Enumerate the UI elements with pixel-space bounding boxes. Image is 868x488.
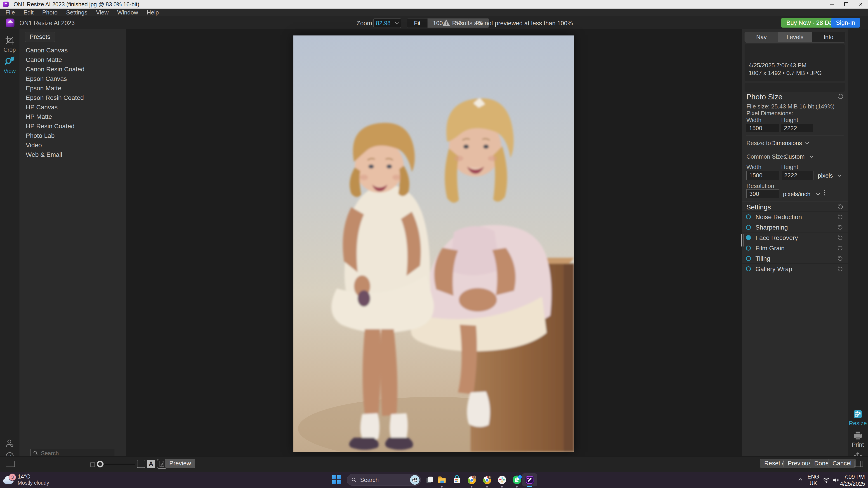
tray-chevron-up-icon[interactable] xyxy=(797,476,804,483)
toggle-right-panel-icon[interactable] xyxy=(854,461,863,467)
pixel-width-input[interactable] xyxy=(746,125,779,132)
zoom-input[interactable] xyxy=(374,20,393,27)
volume-icon[interactable] xyxy=(832,476,840,484)
start-button[interactable] xyxy=(332,475,341,485)
preview-size-small-icon[interactable] xyxy=(90,462,95,467)
crop-tool[interactable]: Crop xyxy=(0,46,19,53)
toggle-circle-icon[interactable] xyxy=(746,266,751,271)
pixel-height-field xyxy=(781,124,813,132)
panel-tabs: Nav Levels Info xyxy=(745,32,845,42)
sign-in-button[interactable]: Sign-In xyxy=(831,18,860,28)
task-view-icon[interactable] xyxy=(425,475,435,485)
pixel-height-input[interactable] xyxy=(781,125,813,132)
toggle-circle-icon[interactable] xyxy=(746,235,751,240)
search-input[interactable] xyxy=(40,450,109,457)
tab-levels[interactable]: Levels xyxy=(778,32,812,42)
soft-proof-icon[interactable]: A xyxy=(147,460,155,468)
preset-item[interactable]: HP Resin Coated xyxy=(20,122,126,131)
doc-width-input[interactable] xyxy=(747,172,779,179)
preset-item[interactable]: HP Canvas xyxy=(20,103,126,112)
reset-icon[interactable] xyxy=(837,266,844,273)
taskbar-search[interactable]: Search xyxy=(347,474,421,486)
setting-sharpening[interactable]: Sharpening xyxy=(742,222,848,232)
reset-photo-size-icon[interactable] xyxy=(837,93,844,100)
resize-to-dropdown[interactable]: Dimensions xyxy=(771,140,802,147)
setting-tiling[interactable]: Tiling xyxy=(742,253,848,264)
menu-settings[interactable]: Settings xyxy=(66,9,88,16)
language-indicator[interactable]: ENG UK xyxy=(807,473,819,487)
toggle-circle-icon[interactable] xyxy=(746,225,751,230)
presets-button[interactable]: Presets xyxy=(25,32,55,42)
preset-item[interactable]: Epson Resin Coated xyxy=(20,93,126,103)
doc-height-input[interactable] xyxy=(781,172,813,179)
photo-preview[interactable] xyxy=(293,35,574,452)
preset-item[interactable]: Photo Lab xyxy=(20,131,126,140)
whatsapp-icon[interactable]: 4 xyxy=(512,475,522,485)
common-sizes-dropdown[interactable]: Custom xyxy=(784,153,805,160)
crop-icon[interactable] xyxy=(0,36,19,45)
weather-cloud-icon: 3 xyxy=(3,475,14,484)
menu-window[interactable]: Window xyxy=(117,9,138,16)
setting-film-grain[interactable]: Film Grain xyxy=(742,242,848,253)
slider-track[interactable] xyxy=(103,464,135,465)
zoom-dropdown-button[interactable] xyxy=(393,18,401,28)
reset-icon[interactable] xyxy=(837,235,844,241)
tab-info[interactable]: Info xyxy=(812,32,845,42)
file-explorer-icon[interactable] xyxy=(437,475,447,485)
toggle-circle-icon[interactable] xyxy=(746,215,751,219)
resolution-input[interactable] xyxy=(747,190,779,198)
preset-item[interactable]: Epson Matte xyxy=(20,84,126,93)
account-icon[interactable] xyxy=(0,439,19,448)
view-tool[interactable]: View xyxy=(0,67,19,74)
preset-item[interactable]: HP Matte xyxy=(20,112,126,122)
preview-background-icon[interactable] xyxy=(137,460,145,468)
toggle-circle-icon[interactable] xyxy=(746,246,751,251)
reset-settings-icon[interactable] xyxy=(837,203,844,210)
reset-icon[interactable] xyxy=(837,245,844,252)
preset-item[interactable]: Video xyxy=(20,140,126,150)
width-label-2: Width xyxy=(746,164,761,170)
module-print[interactable]: Print xyxy=(848,430,868,448)
setting-gallery-wrap[interactable]: Gallery Wrap xyxy=(742,263,848,274)
preset-item[interactable]: Canon Canvas xyxy=(20,46,126,55)
weather-widget[interactable]: 3 14°C Mostly cloudy xyxy=(3,473,49,486)
toggle-circle-icon[interactable] xyxy=(746,256,751,261)
menu-edit[interactable]: Edit xyxy=(24,9,34,16)
on1-logo-icon xyxy=(6,19,14,27)
menu-file[interactable]: File xyxy=(5,9,15,16)
menu-photo[interactable]: Photo xyxy=(42,9,58,16)
search-icon xyxy=(33,450,39,456)
menu-help[interactable]: Help xyxy=(147,9,159,16)
preset-item[interactable]: Canon Resin Coated xyxy=(20,65,126,74)
reset-icon[interactable] xyxy=(837,256,844,262)
preview-button[interactable]: Preview xyxy=(165,459,195,468)
wifi-icon[interactable] xyxy=(822,476,831,484)
setting-face-recovery[interactable]: Face Recovery xyxy=(742,232,848,243)
slack-icon[interactable] xyxy=(497,475,507,485)
preset-item[interactable]: Canon Matte xyxy=(20,55,126,65)
maximize-button[interactable] xyxy=(839,0,854,8)
setting-noise-reduction[interactable]: Noise Reduction xyxy=(742,212,848,222)
microsoft-store-icon[interactable] xyxy=(452,475,462,485)
preset-item[interactable]: Web & Email xyxy=(20,150,126,160)
cancel-button[interactable]: Cancel xyxy=(828,459,856,468)
view-icon[interactable] xyxy=(0,56,19,66)
close-button[interactable] xyxy=(854,0,868,8)
on1-resize-taskbar-icon[interactable] xyxy=(524,475,535,485)
module-resize[interactable]: AI Resize xyxy=(848,409,868,427)
reset-icon[interactable] xyxy=(837,224,844,231)
resolution-units-dropdown[interactable]: pixels/inch xyxy=(783,191,810,198)
toggle-left-panel-icon[interactable] xyxy=(6,461,15,467)
menu-view[interactable]: View xyxy=(96,9,109,16)
preset-item[interactable]: Epson Canvas xyxy=(20,74,126,84)
reset-icon[interactable] xyxy=(837,214,844,221)
units-dropdown[interactable]: pixels xyxy=(818,172,833,179)
clock[interactable]: 7:09 PM 4/25/2025 xyxy=(840,473,865,487)
preview-zoom-slider[interactable] xyxy=(97,461,103,467)
chrome-profile2-icon[interactable] xyxy=(482,475,492,485)
zoom-fit-button[interactable]: Fit xyxy=(407,19,428,28)
chrome-profile1-icon[interactable] xyxy=(467,475,477,485)
more-options-icon[interactable] xyxy=(824,190,825,195)
minimize-button[interactable] xyxy=(825,0,839,8)
tab-nav[interactable]: Nav xyxy=(745,32,778,42)
